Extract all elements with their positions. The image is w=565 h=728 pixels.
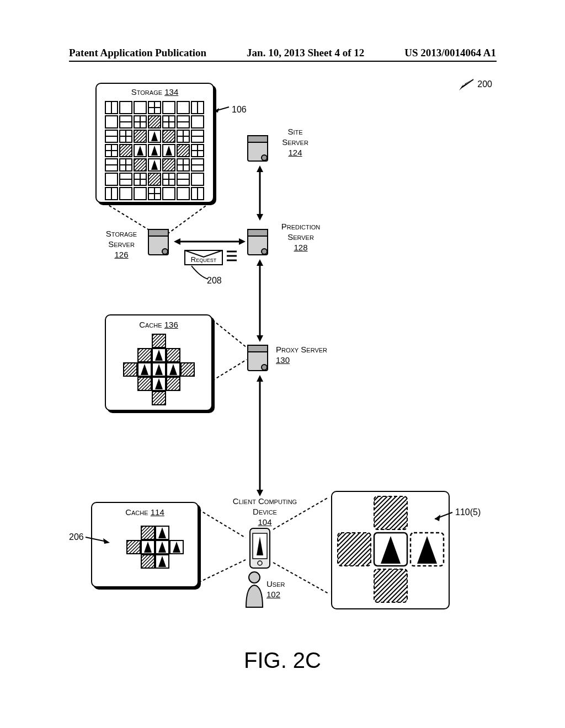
svg-rect-129 bbox=[248, 345, 268, 352]
storage-server-num: 126 bbox=[114, 250, 128, 259]
svg-marker-3 bbox=[214, 108, 219, 113]
svg-marker-146 bbox=[103, 538, 110, 544]
svg-rect-111 bbox=[138, 349, 151, 362]
svg-rect-15 bbox=[105, 116, 118, 128]
display-tiles-icon bbox=[335, 495, 446, 606]
site-server-icon bbox=[246, 132, 273, 165]
storage-134-num: 134 bbox=[164, 87, 178, 97]
svg-rect-122 bbox=[152, 392, 166, 405]
cache-114-title-row: Cache 114 bbox=[92, 507, 198, 518]
svg-rect-7 bbox=[134, 101, 146, 114]
svg-rect-155 bbox=[374, 569, 407, 602]
header-center: Jan. 10, 2013 Sheet 4 of 12 bbox=[247, 47, 364, 59]
svg-rect-98 bbox=[148, 229, 168, 236]
cache-136-box: Cache 136 bbox=[105, 314, 212, 411]
svg-rect-80 bbox=[120, 188, 132, 200]
user-label: User 102 bbox=[266, 579, 294, 600]
link-cache114-device-icon bbox=[199, 507, 248, 585]
svg-marker-133 bbox=[257, 490, 263, 496]
cache-136-title: Cache bbox=[139, 320, 162, 329]
svg-marker-95 bbox=[257, 165, 263, 172]
svg-rect-6 bbox=[120, 101, 132, 114]
proxy-server-num: 130 bbox=[276, 355, 290, 365]
storage-server-icon bbox=[146, 226, 174, 259]
cache-136-tiles-icon bbox=[122, 333, 197, 408]
svg-rect-85 bbox=[163, 188, 175, 200]
svg-rect-143 bbox=[141, 555, 154, 568]
svg-rect-113 bbox=[167, 349, 180, 362]
ref-110-5: 110(5) bbox=[455, 507, 481, 517]
diagram-area: 200 106 Storage 134 bbox=[69, 72, 497, 651]
svg-marker-127 bbox=[257, 335, 263, 342]
svg-point-158 bbox=[249, 572, 260, 583]
cache-136-title-row: Cache 136 bbox=[106, 320, 211, 330]
site-server-text: Site Server bbox=[282, 127, 308, 147]
svg-rect-86 bbox=[177, 188, 189, 200]
storage-server-text: Storage Server bbox=[106, 229, 137, 249]
svg-line-147 bbox=[199, 510, 246, 538]
svg-marker-157 bbox=[435, 515, 440, 521]
storage-134-box: Storage 134 bbox=[95, 83, 214, 203]
svg-rect-71 bbox=[148, 173, 161, 185]
svg-marker-96 bbox=[257, 214, 263, 221]
svg-rect-77 bbox=[191, 173, 204, 185]
ref-106: 106 bbox=[232, 105, 247, 115]
svg-rect-121 bbox=[167, 377, 180, 390]
client-device-icon bbox=[248, 527, 271, 570]
svg-marker-105 bbox=[239, 238, 246, 245]
proxy-server-label: Proxy Server 130 bbox=[276, 345, 337, 366]
header-rule bbox=[69, 61, 497, 62]
svg-rect-27 bbox=[191, 116, 204, 128]
svg-rect-152 bbox=[338, 533, 371, 566]
svg-rect-44 bbox=[120, 144, 132, 157]
cache-114-title: Cache bbox=[125, 507, 148, 517]
svg-rect-110 bbox=[152, 334, 166, 347]
ref-200-arrow-icon bbox=[459, 78, 476, 92]
svg-rect-12 bbox=[177, 101, 189, 114]
cache-114-num: 114 bbox=[151, 507, 164, 517]
ref-200: 200 bbox=[477, 79, 492, 89]
prediction-server-text: Prediction Server bbox=[281, 222, 321, 242]
svg-marker-132 bbox=[257, 375, 263, 382]
proxy-server-icon bbox=[246, 342, 273, 375]
figure-label: FIG. 2C bbox=[0, 648, 565, 673]
svg-rect-151 bbox=[374, 496, 407, 529]
svg-line-149 bbox=[273, 497, 328, 529]
arrow-prediction-proxy-icon bbox=[255, 259, 264, 342]
svg-line-124 bbox=[212, 360, 247, 381]
svg-rect-48 bbox=[177, 144, 189, 157]
svg-rect-137 bbox=[141, 526, 154, 539]
prediction-server-icon bbox=[246, 226, 273, 259]
svg-point-99 bbox=[162, 249, 168, 254]
svg-rect-33 bbox=[134, 130, 146, 142]
prediction-server-num: 128 bbox=[294, 243, 307, 252]
request-label: Request bbox=[187, 255, 220, 264]
arrow-site-prediction-icon bbox=[255, 165, 264, 221]
header-right: US 2013/0014064 A1 bbox=[404, 47, 496, 59]
svg-point-93 bbox=[262, 155, 267, 160]
user-num: 102 bbox=[266, 590, 280, 599]
svg-rect-35 bbox=[163, 130, 175, 142]
svg-rect-59 bbox=[163, 159, 175, 171]
ref-106-arrow-icon bbox=[214, 105, 231, 116]
proxy-server-text: Proxy Server bbox=[276, 345, 327, 354]
header-left: Patent Application Publication bbox=[69, 47, 206, 59]
ref-206: 206 bbox=[69, 532, 84, 542]
page-header: Patent Application Publication Jan. 10, … bbox=[0, 47, 565, 59]
storage-server-label: Storage Server 126 bbox=[99, 229, 143, 260]
storage-134-tiles-icon bbox=[102, 100, 210, 202]
svg-line-123 bbox=[212, 320, 247, 347]
user-icon bbox=[243, 571, 266, 609]
svg-rect-21 bbox=[148, 116, 161, 128]
svg-rect-92 bbox=[248, 136, 268, 142]
client-device-num: 104 bbox=[258, 517, 271, 527]
ref-206-arrow-icon bbox=[86, 535, 110, 545]
ref-110-5-leader-icon bbox=[435, 511, 455, 522]
site-server-label: Site Server 124 bbox=[276, 127, 315, 158]
prediction-server-label: Prediction Server 128 bbox=[276, 222, 326, 253]
svg-line-90 bbox=[168, 203, 210, 233]
svg-line-148 bbox=[199, 560, 246, 582]
svg-point-102 bbox=[262, 249, 267, 254]
user-text: User bbox=[266, 579, 285, 588]
svg-rect-81 bbox=[134, 188, 146, 200]
